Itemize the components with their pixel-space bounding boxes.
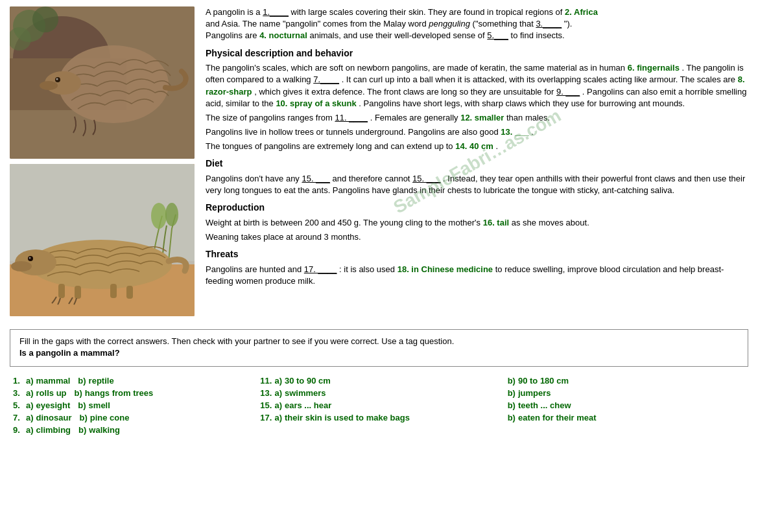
s1p2c: than males. <box>506 113 550 122</box>
answer-row-9: 9. a) climbing b) walking <box>13 424 250 436</box>
s1p3b: . <box>531 127 534 137</box>
section4-p1: Pangolins are hunted and 17. ____ : it i… <box>206 264 748 287</box>
svg-point-7 <box>40 81 58 90</box>
svg-point-19 <box>29 257 31 259</box>
intro-text-5: "). <box>564 19 573 29</box>
answer-row-13: 13. a) swimmers <box>260 387 497 399</box>
intro-text-1: A pangolin is a <box>206 7 261 17</box>
section1-p4: The tongues of pangolins are extremely l… <box>206 141 748 152</box>
images-column <box>10 6 198 316</box>
intro-paragraph: A pangolin is a 1.____ with large scales… <box>206 6 748 42</box>
s1p2-text: The size of pangolins ranges from <box>206 113 333 122</box>
blank-12: 12. smaller <box>460 113 504 122</box>
intro-text-4: ("something that <box>473 19 534 29</box>
intro-text-7: animals, and use their well-developed se… <box>309 30 484 40</box>
s1p1c: . It can curl up into a ball when it is … <box>342 75 735 84</box>
answer-row-17b: b) eaten for their meat <box>508 411 745 424</box>
svg-rect-23 <box>110 284 117 298</box>
section1-p1: The pangolin's scales, which are soft on… <box>206 62 748 110</box>
section2-title: Diet <box>206 157 748 170</box>
svg-rect-22 <box>75 286 81 299</box>
intro-text-8: to find insects. <box>511 30 565 40</box>
answers-col1: 1. a) mammal b) reptile 3. a) rolls up b… <box>13 375 250 436</box>
blank-4: 4. nocturnal <box>259 30 307 40</box>
s1p3-text: Pangolins live in hollow trees or tunnel… <box>206 127 499 137</box>
text-column: SampleFabri…as.com A pangolin is a 1.___… <box>206 6 748 316</box>
answers-section: 1. a) mammal b) reptile 3. a) rolls up b… <box>10 375 748 436</box>
answer-row-15b: b) teeth ... chew <box>508 399 745 411</box>
blank-18: 18. in Chinese medicine <box>397 264 493 274</box>
answers-col2: 11. a) 30 to 90 cm 13. a) swimmers 15. a… <box>260 375 497 436</box>
answer-row-11b: b) 90 to 180 cm <box>508 375 745 387</box>
answer-row-13b: b) jumpers <box>508 387 745 399</box>
blank-14: 14. 40 cm <box>455 141 493 151</box>
section1-title: Physical description and behavior <box>206 47 748 60</box>
s1p4-text: The tongues of pangolins are extremely l… <box>206 141 453 151</box>
intro-text-6: Pangolins are <box>206 30 257 40</box>
section2-p1: Pangolins don't have any 15. ___ and the… <box>206 173 748 196</box>
s2p1-text: Pangolins don't have any <box>206 174 300 183</box>
intro-text-2: with large scales covering their skin. T… <box>291 7 563 17</box>
svg-rect-24 <box>126 286 133 299</box>
section1-p3: Pangolins live in hollow trees or tunnel… <box>206 126 748 138</box>
answer-row-1: 1. a) mammal b) reptile <box>13 375 250 387</box>
instructions-question: Is a pangolin a mammal? <box>19 348 120 358</box>
section3-title: Reproduction <box>206 202 748 214</box>
s2p1b: and therefore cannot <box>333 174 410 183</box>
blank-15a: 15. ___ <box>302 174 330 183</box>
s1p2b: . Females are generally <box>370 113 458 122</box>
s1p4b: . <box>495 141 498 151</box>
s3p1b: as she moves about. <box>512 218 589 227</box>
main-container: SampleFabri…as.com A pangolin is a 1.___… <box>0 0 758 443</box>
pangolin-image-top <box>10 6 195 159</box>
svg-rect-21 <box>58 284 65 298</box>
blank-3: 3.____ <box>536 19 562 29</box>
answer-row-15: 15. a) ears ... hear <box>260 399 497 411</box>
section3-p1: Weight at birth is between 200 and 450 g… <box>206 217 748 229</box>
blank-10: 10. spray of a skunk <box>276 98 356 108</box>
blank-11: 11. ____ <box>335 113 368 122</box>
blank-1: 1.____ <box>263 7 289 17</box>
s4p1-text: Pangolins are hunted and <box>206 264 302 274</box>
s1p1d: , which gives it extra defence. The fron… <box>254 87 554 97</box>
svg-point-20 <box>11 261 32 272</box>
answer-row-11: 11. a) 30 to 90 cm <box>260 375 497 387</box>
instructions-text: Fill in the gaps with the correct answer… <box>19 336 739 346</box>
blank-13: 13. ___ <box>501 127 528 137</box>
s4p1b: : it is also used <box>339 264 395 274</box>
italic-word: pengguling <box>429 19 470 29</box>
s3p1-text: Weight at birth is between 200 and 450 g… <box>206 218 480 227</box>
svg-point-6 <box>56 78 58 80</box>
s1p1f: . Pangolins have short legs, with sharp … <box>359 98 685 108</box>
blank-2-africa: 2. Africa <box>565 7 598 17</box>
answers-col3: b) 90 to 180 cm b) jumpers b) teeth ... … <box>508 375 745 436</box>
svg-point-9 <box>32 6 58 32</box>
svg-point-15 <box>165 203 178 226</box>
section3-p2: Weaning takes place at around 3 months. <box>206 231 748 243</box>
top-section: SampleFabri…as.com A pangolin is a 1.___… <box>10 6 748 316</box>
pangolin-image-bottom <box>10 164 195 316</box>
instructions-box: Fill in the gaps with the correct answer… <box>10 329 748 367</box>
answer-row-17: 17. a) their skin is used to make bags <box>260 411 497 424</box>
blank-17: 17. ____ <box>304 264 337 274</box>
section4-title: Threats <box>206 248 748 261</box>
s1p1-text: The pangolin's scales, which are soft on… <box>206 63 625 73</box>
blank-6: 6. fingernails <box>628 63 680 73</box>
intro-text-3: and Asia. The name "pangolin" comes from… <box>206 19 427 29</box>
blank-7: 7.____ <box>313 75 339 84</box>
answer-row-7: 7. a) dinosaur b) pine cone <box>13 411 250 424</box>
section1-p2: The size of pangolins ranges from 11. __… <box>206 112 748 124</box>
answer-row-5: 5. a) eyesight b) smell <box>13 399 250 411</box>
answer-row-3: 3. a) rolls up b) hangs from trees <box>13 387 250 399</box>
blank-15b: 15. ___ <box>412 174 440 183</box>
svg-point-14 <box>151 203 167 229</box>
blank-16: 16. tail <box>483 218 509 227</box>
blank-5: 5.___ <box>487 30 508 40</box>
blank-9: 9. ___ <box>556 87 580 97</box>
